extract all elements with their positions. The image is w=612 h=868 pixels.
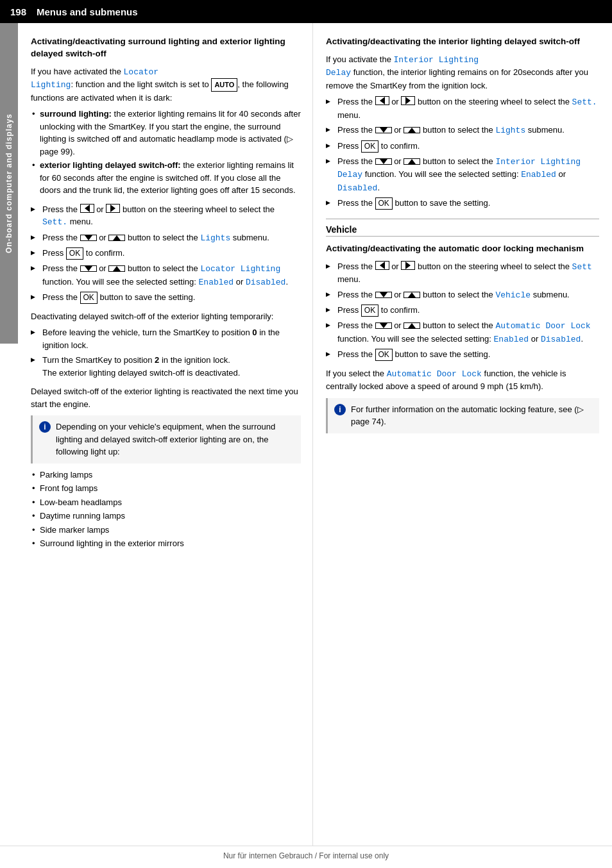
disabled-ref2: Disabled (337, 183, 377, 193)
right-triangle-icon2 (405, 97, 411, 104)
header-bar: 198 Menus and submenus (0, 0, 612, 23)
up-triangle-icon6 (408, 323, 416, 328)
main-content: Activating/deactivating surround lightin… (18, 23, 612, 846)
step1-5: Press the OK button to save the setting. (31, 291, 301, 304)
down-btn1 (80, 235, 97, 241)
disabled-ref3: Disabled (541, 335, 581, 344)
steps-list-3: Press the or button on the steering whee… (326, 260, 599, 361)
light-item-3: Low-beam headlamps (31, 496, 301, 509)
left-triangle-icon3 (380, 262, 385, 269)
step3-1: Press the or button on the steering whee… (326, 260, 599, 286)
up-triangle-icon4 (408, 159, 416, 164)
light-item-5: Side marker lamps (31, 524, 301, 537)
up-btn1 (108, 235, 125, 241)
down-triangle-icon2 (85, 266, 92, 271)
interior-lighting-ref: Interior LightingDelay (326, 55, 479, 78)
right-btn (106, 204, 120, 213)
page-number: 198 (10, 6, 26, 17)
auto-door-lock-ref2: Automatic Door Lock (387, 369, 482, 379)
light-item-6: Surround lighting in the exterior mirror… (31, 537, 301, 550)
deact-step1: Before leaving the vehicle, turn the Sma… (31, 326, 301, 351)
deact-step2: Turn the SmartKey to position 2 in the i… (31, 354, 301, 379)
section2-intro: If you activate the Interior LightingDel… (326, 53, 599, 92)
step2-2: Press the or button to select the Lights… (326, 124, 599, 137)
auto-lock-info: If you select the Automatic Door Lock fu… (326, 367, 599, 393)
disabled-ref1: Disabled (246, 278, 285, 287)
step1-1: Press the or button on the steering whee… (31, 203, 301, 229)
light-item-1: Parking lamps (31, 469, 301, 481)
page-wrapper: 198 Menus and submenus On-board computer… (0, 0, 612, 868)
surround-lighting-item: surround lighting: the exterior lighting… (31, 108, 301, 158)
auto-button: AUTO (211, 78, 237, 92)
step3-3: Press OK to confirm. (326, 304, 599, 317)
enabled-ref3: Enabled (494, 335, 529, 344)
right-btn3 (401, 261, 415, 270)
left-triangle-icon (85, 204, 90, 212)
enabled-ref1: Enabled (199, 278, 234, 287)
up-btn4 (404, 158, 420, 165)
locator-lighting-ref1: LocatorLighting (31, 67, 158, 90)
enabled-ref2: Enabled (521, 170, 556, 179)
right-triangle-icon (110, 204, 115, 212)
down-triangle-icon4 (380, 159, 387, 164)
up-triangle-icon2 (113, 266, 121, 271)
up-triangle-icon5 (408, 292, 416, 297)
ok-btn2: OK (80, 292, 98, 304)
vehicle-ref: Vehicle (495, 290, 531, 300)
locator-lighting-ref2: Locator Lighting (200, 264, 280, 274)
lights-list: Parking lamps Front fog lamps Low-beam h… (31, 469, 301, 550)
deactivating-section: Deactivating delayed switch-off of the e… (31, 310, 301, 411)
deactivating-title: Deactivating delayed switch-off of the e… (31, 310, 301, 323)
down-btn3 (375, 127, 392, 133)
right-column: Activating/deactivating the interior lig… (313, 23, 612, 846)
right-triangle-icon3 (405, 262, 411, 269)
sett-ref2: Sett. (572, 97, 597, 107)
light-item-4: Daytime running lamps (31, 510, 301, 522)
sidebar-label: On-board computer and displays (0, 23, 18, 344)
info-icon-right: i (334, 404, 346, 415)
left-btn (80, 204, 94, 213)
ok-btn1: OK (66, 247, 83, 260)
info-icon-left: i (39, 421, 51, 433)
down-triangle-icon3 (380, 128, 387, 133)
lights-ref1: Lights (200, 233, 230, 243)
info-box-left-text: Depending on your vehicle's equipment, w… (56, 421, 294, 458)
down-btn4 (375, 158, 392, 165)
down-triangle-icon1 (85, 235, 92, 240)
lights-ref2: Lights (495, 126, 525, 135)
ok-btn6: OK (375, 349, 393, 361)
steps-list-1: Press the or button on the steering whee… (31, 203, 301, 304)
up-btn6 (404, 322, 420, 329)
step3-5: Press the OK button to save the setting. (326, 348, 599, 361)
left-column: Activating/deactivating surround lightin… (18, 23, 313, 846)
up-btn2 (108, 265, 125, 272)
right-btn2 (401, 96, 415, 105)
up-triangle-icon3 (408, 128, 416, 133)
section1-intro: If you have activated the LocatorLightin… (31, 65, 301, 104)
sett-ref3: Sett (572, 262, 592, 272)
up-triangle-icon1 (113, 235, 121, 240)
vehicle-section-title: Vehicle (326, 224, 599, 237)
down-triangle-icon6 (380, 323, 387, 328)
auto-door-title: Activating/deactivating the automatic do… (326, 243, 599, 255)
step3-4: Press the or button to select the Automa… (326, 319, 599, 346)
exterior-lighting-item: exterior lighting delayed switch-off: th… (31, 159, 301, 197)
down-btn6 (375, 322, 392, 329)
light-item-2: Front fog lamps (31, 482, 301, 495)
step1-3: Press OK to confirm. (31, 247, 301, 260)
left-triangle-icon2 (380, 97, 385, 104)
down-btn5 (375, 292, 392, 298)
sett-ref1: Sett. (42, 217, 67, 227)
left-btn2 (375, 96, 389, 105)
down-btn2 (80, 265, 97, 272)
step2-5: Press the OK button to save the setting. (326, 197, 599, 210)
up-btn5 (404, 292, 420, 298)
ok-btn5: OK (361, 305, 378, 317)
ok-btn4: OK (375, 197, 393, 210)
step2-4: Press the or button to select the Interi… (326, 155, 599, 195)
steps-list-2: Press the or button on the steering whee… (326, 96, 599, 210)
step2-3: Press OK to confirm. (326, 140, 599, 153)
step1-2: Press the or button to select the Lights… (31, 231, 301, 245)
deactivating-steps: Before leaving the vehicle, turn the Sma… (31, 326, 301, 379)
page-footer: Nur für internen Gebrauch / For internal… (0, 846, 612, 868)
